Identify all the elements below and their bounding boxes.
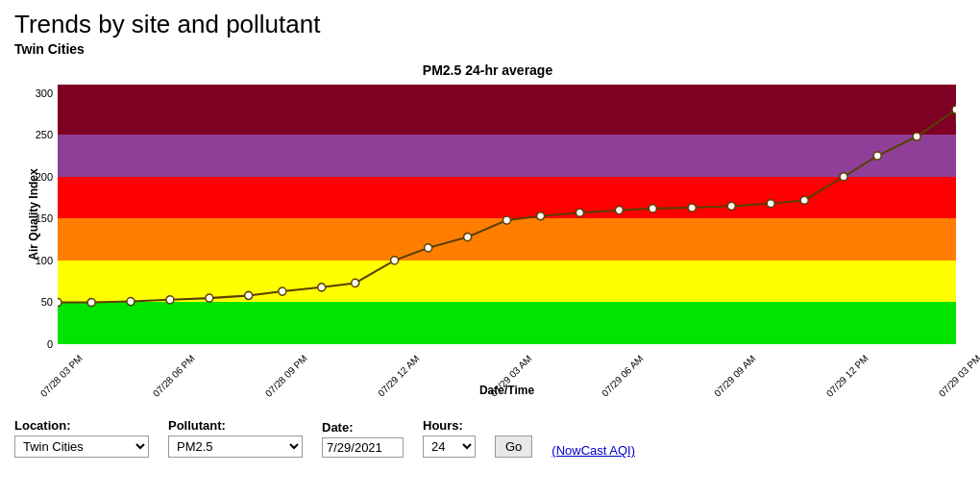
location-label: Location:	[14, 418, 149, 433]
svg-point-16	[649, 205, 656, 212]
svg-point-19	[767, 200, 774, 208]
date-label: Date:	[322, 420, 404, 435]
pollutant-label: Pollutant:	[168, 418, 303, 433]
x-tick-3: 07/29 12 AM	[376, 353, 421, 398]
date-group: Date:	[322, 420, 404, 458]
svg-point-13	[537, 212, 545, 220]
nowcast-link[interactable]: (NowCast AQI)	[551, 443, 635, 458]
svg-point-1	[87, 298, 95, 306]
svg-point-9	[391, 257, 399, 264]
go-button[interactable]: Go	[495, 436, 532, 458]
svg-point-8	[352, 279, 359, 286]
page-title: Trends by site and pollutant	[14, 10, 966, 39]
svg-point-23	[913, 133, 920, 140]
chart-area: 300 250 200 150 100 50 0 Air Quality Ind…	[14, 80, 961, 397]
svg-point-4	[206, 294, 213, 302]
pollutant-select[interactable]: PM2.5 PM10 Ozone	[168, 436, 303, 458]
x-tick-0: 07/28 03 PM	[38, 353, 85, 399]
location-group: Location: Twin Cities Minneapolis St. Pa…	[14, 418, 149, 458]
pollutant-group: Pollutant: PM2.5 PM10 Ozone	[168, 418, 303, 458]
location-select[interactable]: Twin Cities Minneapolis St. Paul	[14, 436, 149, 458]
hours-select[interactable]: 24 48 72	[423, 436, 476, 458]
svg-point-6	[279, 287, 286, 295]
page-container: Trends by site and pollutant Twin Cities…	[0, 0, 980, 467]
x-tick-5: 07/29 06 AM	[600, 353, 646, 398]
svg-point-15	[615, 207, 623, 214]
hours-label: Hours:	[423, 418, 476, 433]
chart-svg	[58, 85, 956, 344]
x-tick-2: 07/28 09 PM	[263, 353, 309, 399]
y-axis: 300 250 200 150 100 50 0 Air Quality Ind…	[14, 85, 58, 344]
svg-point-20	[800, 196, 808, 204]
svg-point-17	[688, 204, 696, 212]
x-tick-6: 07/29 09 AM	[712, 353, 757, 398]
date-input[interactable]	[322, 437, 404, 458]
y-tick-300: 300	[36, 87, 53, 99]
controls-area: Location: Twin Cities Minneapolis St. Pa…	[14, 418, 966, 458]
hours-group: Hours: 24 48 72	[423, 418, 476, 458]
x-tick-8: 07/29 03 PM	[937, 353, 980, 399]
svg-point-14	[576, 209, 584, 216]
chart-bands	[58, 85, 956, 344]
svg-point-3	[166, 296, 174, 304]
x-axis: Date/Time 07/28 03 PM 07/28 06 PM 07/28 …	[58, 344, 956, 397]
chart-container: PM2.5 24-hr average 300 250 200 150 100 …	[14, 62, 961, 409]
svg-point-24	[952, 106, 956, 113]
svg-point-0	[58, 298, 61, 306]
svg-point-18	[727, 202, 735, 210]
y-axis-label: Air Quality Index	[27, 168, 40, 260]
y-tick-250: 250	[36, 129, 53, 140]
svg-point-11	[464, 233, 472, 240]
svg-point-12	[503, 216, 511, 224]
y-tick-50: 50	[41, 296, 53, 308]
x-tick-1: 07/28 06 PM	[151, 353, 197, 399]
chart-title: PM2.5 24-hr average	[14, 62, 961, 78]
x-tick-7: 07/29 12 PM	[824, 353, 870, 399]
y-tick-0: 0	[47, 338, 53, 350]
svg-point-2	[127, 298, 135, 306]
svg-point-10	[425, 244, 432, 252]
svg-point-7	[318, 284, 326, 291]
svg-point-21	[840, 173, 847, 181]
svg-point-5	[245, 291, 253, 299]
page-subtitle: Twin Cities	[14, 41, 966, 57]
svg-point-22	[873, 152, 881, 160]
